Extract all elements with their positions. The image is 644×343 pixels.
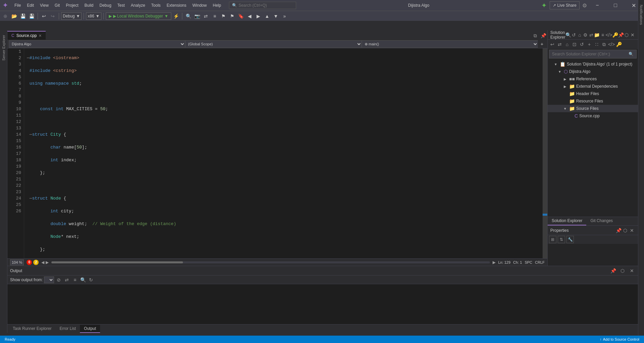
menu-analyze[interactable]: Analyze xyxy=(128,2,148,9)
sol-close-btn[interactable]: ✕ xyxy=(630,32,635,38)
menu-tools[interactable]: Tools xyxy=(148,2,163,9)
prop-sort-btn[interactable]: ⇅ xyxy=(558,236,565,243)
add-source-control-btn[interactable]: ↑ Add to Source Control xyxy=(598,336,641,343)
settings-icon[interactable]: ⚙ xyxy=(582,2,587,9)
external-deps-item[interactable]: ▶ 📁 External Dependencies xyxy=(548,83,638,90)
header-files-item[interactable]: 📁 Header Files xyxy=(548,90,638,97)
tab-task-runner[interactable]: Task Runner Explorer xyxy=(9,325,55,333)
sol-search-btn[interactable]: 🔍 xyxy=(565,32,571,38)
undo-btn[interactable]: ↩ xyxy=(40,12,48,20)
output-close-btn[interactable]: ✕ xyxy=(629,267,635,274)
nav-member-select[interactable]: ⊕ main() xyxy=(362,40,538,48)
menu-window[interactable]: Window xyxy=(190,2,210,9)
zoom-level[interactable]: 104 % xyxy=(10,259,24,265)
sol-tb-5[interactable]: ↺ xyxy=(579,41,585,48)
prop-grid-btn[interactable]: ⊞ xyxy=(549,236,556,243)
source-files-item[interactable]: ▼ 📁 Source Files xyxy=(548,105,638,112)
prop-pin-btn[interactable]: 📌 xyxy=(615,227,622,234)
camera-btn[interactable]: 📷 xyxy=(193,12,201,20)
open-btn[interactable]: 📂 xyxy=(10,12,18,20)
nav-next-icon[interactable]: ▶ xyxy=(46,260,49,265)
menu-edit[interactable]: Edit xyxy=(24,2,37,9)
solution-search-box[interactable]: 🔍 xyxy=(549,50,637,58)
menu-help[interactable]: Help xyxy=(210,2,224,9)
output-filter-btn[interactable]: ≡ xyxy=(72,276,78,283)
solution-search-input[interactable] xyxy=(552,52,627,56)
tab-solution-explorer[interactable]: Solution Explorer xyxy=(548,217,586,225)
output-sync-btn[interactable]: ↻ xyxy=(88,276,94,283)
output-find-btn[interactable]: 🔍 xyxy=(80,276,86,283)
error-count-area[interactable]: 0 2 xyxy=(27,260,39,265)
sol-tb-6[interactable]: + xyxy=(586,41,593,48)
code-scope-select[interactable]: (Global Scope) xyxy=(185,40,361,48)
nav-prev-icon[interactable]: ◀ xyxy=(41,260,44,265)
prop-close-btn[interactable]: ✕ xyxy=(629,227,635,234)
sol-tb-9[interactable]: </> xyxy=(608,41,615,48)
code-editor[interactable]: 12345 678910 1112131415 1617181920 21222… xyxy=(7,48,547,258)
split-editor-btn[interactable]: ⧉ xyxy=(531,32,539,40)
nav-end-icon[interactable]: ▶ xyxy=(493,260,496,265)
tab-error-list[interactable]: Error List xyxy=(55,325,80,333)
menu-debug[interactable]: Debug xyxy=(97,2,114,9)
sol-tb-8[interactable]: ⧉ xyxy=(601,41,607,48)
sol-key-btn[interactable]: 🔑 xyxy=(612,32,618,38)
tab-close-button[interactable]: × xyxy=(39,33,41,38)
live-share-button[interactable]: ↗ Live Share xyxy=(550,1,580,9)
menu-git[interactable]: Git xyxy=(52,2,62,9)
prop-expand-btn[interactable]: ⬡ xyxy=(622,227,629,234)
project-scope-select[interactable]: Dijistra Algo xyxy=(9,40,185,48)
nav-back-btn[interactable]: ◀ xyxy=(245,12,254,20)
sol-tb-4[interactable]: ⊡ xyxy=(571,41,578,48)
references-item[interactable]: ▶ ■■ References xyxy=(548,75,638,83)
server-explorer-tab[interactable]: Server Explorer xyxy=(0,33,7,62)
resource-files-item[interactable]: 📁 Resource Files xyxy=(548,97,638,105)
sol-expand-btn[interactable]: ⬡ xyxy=(624,32,630,38)
nav-up-btn[interactable]: ▲ xyxy=(263,12,271,20)
toggle-btn4[interactable]: ⚑ xyxy=(228,12,236,20)
output-expand-btn[interactable]: ⬡ xyxy=(619,267,626,274)
menu-view[interactable]: View xyxy=(37,2,51,9)
status-ready[interactable]: Ready xyxy=(3,336,17,343)
output-source-select[interactable] xyxy=(44,276,54,283)
sol-code-btn[interactable]: </> xyxy=(606,32,612,38)
toggle-btn2[interactable]: ≡ xyxy=(211,12,219,20)
global-search-box[interactable]: 🔍 xyxy=(229,2,296,9)
sol-tb-7[interactable]: ∷ xyxy=(593,41,600,48)
horizontal-scrollbar[interactable] xyxy=(51,261,490,263)
sol-folder-btn[interactable]: 📁 xyxy=(594,32,600,38)
pin-editor-btn[interactable]: 📌 xyxy=(539,32,547,40)
output-wrap-btn[interactable]: ⇄ xyxy=(63,276,70,283)
sol-tb-2[interactable]: ⇄ xyxy=(556,41,563,48)
nav-down-btn[interactable]: ▼ xyxy=(272,12,280,20)
sol-settings-btn[interactable]: ⚙ xyxy=(583,32,588,38)
sol-tb-1[interactable]: ↩ xyxy=(549,41,556,48)
tab-output[interactable]: Output xyxy=(80,325,100,333)
minimize-button[interactable]: − xyxy=(590,0,605,11)
sol-sync-btn[interactable]: ⇄ xyxy=(588,32,594,38)
run-debugger-button[interactable]: ▶ ▶ Local Windows Debugger ▼ xyxy=(106,12,172,20)
output-clear-btn[interactable]: ⊘ xyxy=(55,276,62,283)
more-tools-btn[interactable]: » xyxy=(280,12,288,20)
notifications-tab[interactable]: Notifications xyxy=(639,3,644,27)
maximize-button[interactable]: □ xyxy=(608,0,623,11)
sol-tb-3[interactable]: ⌂ xyxy=(564,41,570,48)
source-cpp-item[interactable]: C Source.cpp xyxy=(548,112,638,120)
global-search-input[interactable] xyxy=(238,3,289,8)
sol-tb-10[interactable]: 🔑 xyxy=(615,41,622,48)
prop-wrench-btn[interactable]: 🔧 xyxy=(566,236,574,243)
sol-pin-btn[interactable]: 📌 xyxy=(618,32,624,38)
redo-btn[interactable]: ↪ xyxy=(49,12,57,20)
platform-dropdown[interactable]: x86 ▼ xyxy=(86,12,101,20)
tab-git-changes[interactable]: Git Changes xyxy=(586,217,617,225)
bookmark-btn[interactable]: 🔖 xyxy=(237,12,245,20)
nav-forward-btn[interactable]: ▶ xyxy=(254,12,262,20)
menu-test[interactable]: Test xyxy=(115,2,128,9)
sol-refresh-btn[interactable]: ↺ xyxy=(571,32,577,38)
menu-project[interactable]: Project xyxy=(63,2,81,9)
menu-build[interactable]: Build xyxy=(82,2,96,9)
new-project-btn[interactable]: ⊕ xyxy=(1,12,9,20)
save-btn[interactable]: 💾 xyxy=(19,12,27,20)
menu-file[interactable]: File xyxy=(12,2,24,9)
output-pin-btn[interactable]: 📌 xyxy=(610,267,616,274)
solution-root-item[interactable]: ▼ 📋 Solution 'Dijistra Algo' (1 of 1 pro… xyxy=(548,60,638,68)
